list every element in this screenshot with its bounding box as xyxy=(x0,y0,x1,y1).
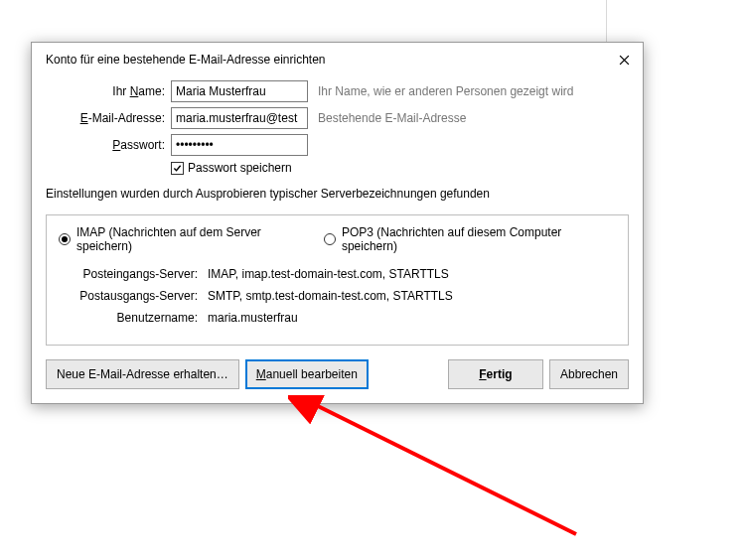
status-text: Einstellungen wurden durch Ausprobieren … xyxy=(46,187,629,201)
protocol-radio-row: IMAP (Nachrichten auf dem Server speiche… xyxy=(59,225,616,253)
incoming-server-label: Posteingangs-Server: xyxy=(59,267,208,281)
outgoing-server-row: Postausgangs-Server: SMTP, smtp.test-dom… xyxy=(59,289,616,303)
account-setup-dialog: Konto für eine bestehende E-Mail-Adresse… xyxy=(31,42,644,404)
imap-radio-label: IMAP (Nachrichten auf dem Server speiche… xyxy=(76,225,304,253)
titlebar: Konto für eine bestehende E-Mail-Adresse… xyxy=(32,43,643,74)
name-row: Ihr Name: Ihr Name, wie er anderen Perso… xyxy=(46,80,629,102)
password-input[interactable] xyxy=(171,134,308,156)
dialog-body: Ihr Name: Ihr Name, wie er anderen Perso… xyxy=(32,74,643,403)
remember-password-label: Passwort speichern xyxy=(188,161,292,175)
username-value: maria.musterfrau xyxy=(208,311,298,325)
new-email-address-button[interactable]: Neue E-Mail-Adresse erhalten… xyxy=(46,359,239,389)
dialog-title: Konto für eine bestehende E-Mail-Adresse… xyxy=(46,53,326,67)
cancel-button[interactable]: Abbrechen xyxy=(549,359,629,389)
outgoing-server-label: Postausgangs-Server: xyxy=(59,289,208,303)
server-settings-panel: IMAP (Nachrichten auf dem Server speiche… xyxy=(46,214,629,346)
email-label: E-Mail-Adresse: xyxy=(46,111,171,125)
imap-radio[interactable] xyxy=(59,233,71,245)
email-input[interactable] xyxy=(171,107,308,129)
incoming-server-value: IMAP, imap.test-domain-test.com, STARTTL… xyxy=(208,267,449,281)
email-row: E-Mail-Adresse: Bestehende E-Mail-Adress… xyxy=(46,107,629,129)
name-input[interactable] xyxy=(171,80,308,102)
check-icon xyxy=(173,164,182,173)
name-label: Ihr Name: xyxy=(46,84,171,98)
incoming-server-row: Posteingangs-Server: IMAP, imap.test-dom… xyxy=(59,267,616,281)
manual-edit-button[interactable]: Manuell bearbeiten xyxy=(245,359,369,389)
username-row: Benutzername: maria.musterfrau xyxy=(59,311,616,325)
password-row: Passwort: xyxy=(46,134,629,156)
pop3-radio[interactable] xyxy=(324,233,336,245)
remember-password-checkbox[interactable] xyxy=(171,162,184,175)
remember-password-row: Passwort speichern xyxy=(171,161,629,175)
outgoing-server-value: SMTP, smtp.test-domain-test.com, STARTTL… xyxy=(208,289,453,303)
name-hint: Ihr Name, wie er anderen Personen gezeig… xyxy=(318,84,573,98)
password-label: Passwort: xyxy=(46,138,171,152)
close-button[interactable] xyxy=(615,51,633,69)
email-hint: Bestehende E-Mail-Adresse xyxy=(318,111,466,125)
username-label: Benutzername: xyxy=(59,311,208,325)
dialog-button-row: Neue E-Mail-Adresse erhalten… Manuell be… xyxy=(46,359,629,389)
close-icon xyxy=(619,55,630,66)
pop3-radio-label: POP3 (Nachrichten auf diesem Computer sp… xyxy=(342,225,602,253)
annotation-arrow xyxy=(288,395,606,554)
svg-line-0 xyxy=(312,403,576,534)
done-button[interactable]: Fertig xyxy=(448,359,543,389)
